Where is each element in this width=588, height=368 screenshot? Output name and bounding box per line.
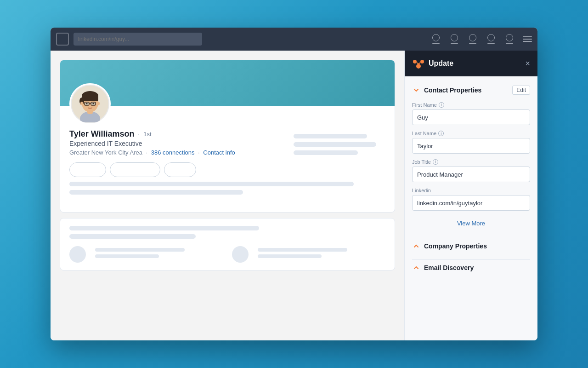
browser-window: Tyler Williamson · 1st Experienced IT Ex…	[51, 28, 537, 340]
chevron-down-icon	[412, 86, 420, 94]
last-name-field: Last Name i	[412, 131, 530, 154]
browser-chrome	[51, 28, 537, 51]
activity-text-1	[95, 246, 223, 263]
action-btn-2[interactable]	[110, 162, 160, 177]
profile-location: Greater New York City Area · 386 connect…	[69, 149, 294, 156]
linkedin-input[interactable]	[412, 195, 530, 211]
company-properties-section: Company Properties	[412, 240, 530, 252]
svg-point-16	[416, 64, 421, 69]
svg-rect-6	[82, 94, 98, 101]
panel-body: Contact Properties Edit First Name i	[405, 76, 537, 340]
chevron-right-icon-2	[412, 264, 420, 272]
activity-avatar-2	[232, 246, 249, 263]
svg-point-12	[86, 103, 88, 104]
activity-text-2	[258, 246, 385, 263]
email-discovery-header[interactable]: Email Discovery	[412, 262, 530, 274]
svg-point-13	[93, 103, 94, 104]
profile-main-info: Tyler Williamson · 1st Experienced IT Ex…	[69, 129, 385, 156]
activity-bottom	[69, 246, 385, 263]
linkedin-field: Linkedin	[412, 188, 530, 211]
svg-line-19	[417, 63, 418, 64]
last-name-input[interactable]	[412, 138, 530, 154]
nav-icon-1[interactable]	[431, 34, 441, 44]
connection-degree: 1st	[143, 131, 151, 138]
profile-headline: Experienced IT Executive	[69, 140, 294, 147]
hamburger-menu[interactable]	[523, 36, 532, 42]
svg-point-14	[80, 102, 83, 105]
email-discovery-section: Email Discovery	[412, 262, 530, 274]
panel-header: Update ×	[405, 51, 537, 76]
contact-properties-header[interactable]: Contact Properties Edit	[412, 84, 530, 97]
profile-info-section: Tyler Williamson · 1st Experienced IT Ex…	[60, 83, 395, 212]
nav-icon-2[interactable]	[449, 34, 459, 44]
profile-name-section: Tyler Williamson · 1st Experienced IT Ex…	[69, 129, 294, 156]
svg-line-20	[418, 63, 420, 64]
view-more-button[interactable]: View More	[412, 216, 530, 230]
svg-point-17	[413, 60, 417, 63]
contact-info-link[interactable]: Contact info	[203, 149, 235, 156]
nav-icon-4[interactable]	[486, 34, 496, 44]
panel-header-left: Update	[412, 57, 453, 70]
right-panel: Update × Contact Properties Edit	[404, 51, 537, 340]
contact-properties-content: First Name i Last Name i	[412, 97, 530, 230]
linkedin-label: Linkedin	[412, 188, 530, 193]
browser-body: Tyler Williamson · 1st Experienced IT Ex…	[51, 51, 537, 340]
linkedin-content: Tyler Williamson · 1st Experienced IT Ex…	[51, 51, 404, 340]
contact-properties-edit-button[interactable]: Edit	[512, 86, 530, 95]
avatar	[69, 83, 111, 125]
nav-icon-5[interactable]	[504, 34, 514, 44]
activity-card	[60, 218, 395, 270]
last-name-info-icon: i	[438, 131, 444, 136]
svg-point-18	[420, 60, 424, 63]
email-discovery-title: Email Discovery	[424, 264, 530, 271]
hubspot-logo-icon	[412, 57, 425, 70]
action-btn-1[interactable]	[69, 162, 106, 177]
job-title-label: Job Title i	[412, 159, 530, 165]
first-name-input[interactable]	[412, 109, 530, 125]
divider-2	[412, 259, 530, 260]
job-title-info-icon: i	[433, 159, 438, 165]
address-bar[interactable]	[74, 33, 202, 46]
company-properties-header[interactable]: Company Properties	[412, 240, 530, 252]
profile-actions	[69, 162, 385, 177]
action-btn-3[interactable]	[164, 162, 196, 177]
panel-title: Update	[429, 59, 453, 68]
connection-badge: ·	[138, 131, 140, 138]
close-button[interactable]: ×	[525, 59, 530, 68]
profile-card: Tyler Williamson · 1st Experienced IT Ex…	[60, 60, 395, 213]
last-name-label: Last Name i	[412, 131, 530, 136]
divider-1	[412, 238, 530, 238]
browser-tab	[56, 33, 69, 46]
contact-properties-section: Contact Properties Edit First Name i	[412, 84, 530, 230]
profile-name: Tyler Williamson · 1st	[69, 129, 294, 139]
profile-skeleton-lines	[69, 177, 385, 203]
nav-icons	[431, 34, 532, 44]
svg-point-15	[97, 102, 100, 105]
job-title-field: Job Title i	[412, 159, 530, 182]
profile-avatar-wrapper	[69, 83, 111, 125]
first-name-info-icon: i	[439, 102, 444, 108]
nav-icon-3[interactable]	[468, 34, 478, 44]
first-name-label: First Name i	[412, 102, 530, 108]
first-name-field: First Name i	[412, 102, 530, 125]
activity-avatar-1	[69, 246, 86, 263]
contact-properties-title: Contact Properties	[424, 86, 509, 94]
connections-link[interactable]: 386 connections	[151, 149, 195, 156]
job-title-input[interactable]	[412, 167, 530, 182]
chevron-right-icon	[412, 242, 420, 250]
company-properties-title: Company Properties	[424, 242, 530, 250]
profile-right-skeleton	[294, 129, 385, 155]
